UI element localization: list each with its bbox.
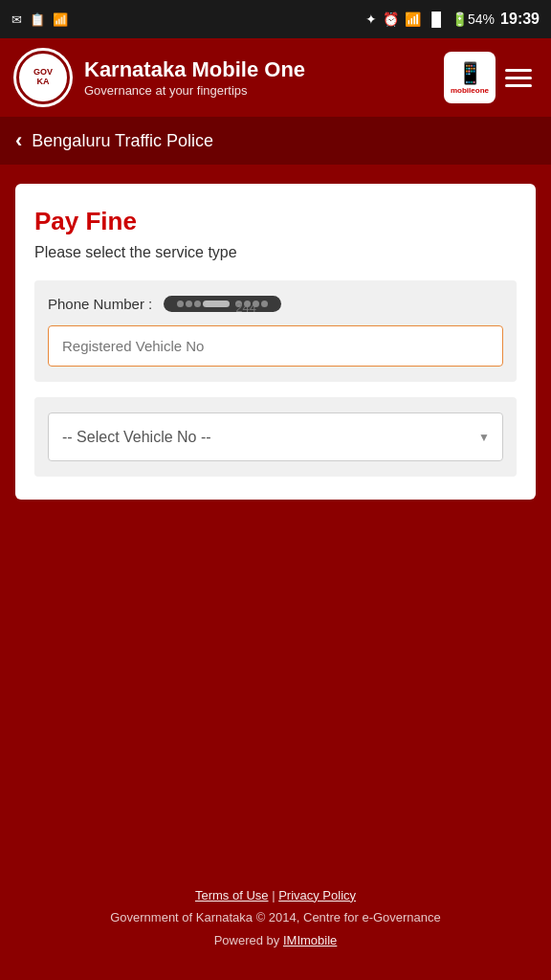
hamburger-line-3	[505, 84, 532, 87]
mobileone-badge: 📱 mobileone	[444, 52, 496, 103]
card-subtitle: Please select the service type	[34, 244, 517, 261]
footer-powered: Powered by IMImobile	[15, 929, 536, 951]
phone-section: Phone Number : 244	[34, 280, 517, 382]
nav-title: Bengaluru Traffic Police	[32, 131, 213, 151]
mobileone-label: mobileone	[451, 86, 489, 95]
status-left-icons: ✉ 📋 📶	[11, 12, 68, 27]
footer-copyright: Government of Karnataka © 2014, Centre f…	[15, 906, 536, 928]
wifi-icon: 📶	[53, 12, 68, 27]
government-logo: GOVKA	[13, 48, 73, 107]
pay-fine-card: Pay Fine Please select the service type …	[15, 184, 536, 500]
status-time: 19:39	[500, 11, 540, 28]
select-vehicle-no[interactable]: -- Select Vehicle No --	[48, 412, 503, 461]
phone-blurred-value: 244	[164, 296, 281, 312]
hamburger-line-1	[505, 69, 532, 72]
phone-number-partial	[203, 301, 230, 307]
hamburger-line-2	[505, 77, 532, 79]
mobileone-icon: 📱	[457, 61, 483, 86]
registered-vehicle-input[interactable]	[48, 325, 503, 367]
header-left: GOVKA Karnataka Mobile One Governance at…	[13, 48, 305, 107]
app-subtitle: Governance at your fingertips	[84, 83, 305, 98]
logo-inner: GOVKA	[16, 51, 70, 104]
notes-icon: 📋	[30, 12, 45, 27]
battery-icon: 🔋54%	[452, 11, 495, 27]
status-right-icons: ✦ ⏰ 📶 ▐▌ 🔋54% 19:39	[365, 11, 540, 28]
nav-bar: ‹ Bengaluru Traffic Police	[0, 117, 551, 165]
card-title: Pay Fine	[34, 207, 517, 236]
footer-links-line: Terms of Use | Privacy Policy	[15, 884, 536, 906]
imimobile-link[interactable]: IMImobile	[283, 933, 337, 947]
terms-of-use-link[interactable]: Terms of Use	[195, 888, 269, 902]
signal-icon: ▐▌	[427, 11, 446, 27]
header-right: 📱 mobileone	[444, 52, 538, 103]
phone-number-text: 244	[235, 301, 242, 307]
privacy-policy-link[interactable]: Privacy Policy	[278, 888, 356, 902]
header-text: Karnataka Mobile One Governance at your …	[84, 57, 305, 97]
gmail-icon: ✉	[11, 12, 22, 27]
app-header: GOVKA Karnataka Mobile One Governance at…	[0, 38, 551, 117]
main-content: Pay Fine Please select the service type …	[0, 165, 551, 865]
select-section: -- Select Vehicle No --	[34, 397, 517, 477]
wifi-signal-icon: 📶	[405, 11, 421, 27]
footer: Terms of Use | Privacy Policy Government…	[0, 865, 551, 980]
back-button[interactable]: ‹	[15, 128, 22, 153]
powered-by-text: Powered by	[214, 933, 283, 947]
hamburger-menu[interactable]	[499, 63, 538, 93]
phone-label: Phone Number :	[48, 296, 152, 312]
app-title: Karnataka Mobile One	[84, 57, 305, 82]
phone-row: Phone Number : 244	[48, 296, 503, 312]
bluetooth-icon: ✦	[365, 11, 377, 27]
alarm-icon: ⏰	[383, 11, 399, 27]
select-wrapper: -- Select Vehicle No --	[48, 412, 503, 461]
status-bar: ✉ 📋 📶 ✦ ⏰ 📶 ▐▌ 🔋54% 19:39	[0, 0, 551, 38]
